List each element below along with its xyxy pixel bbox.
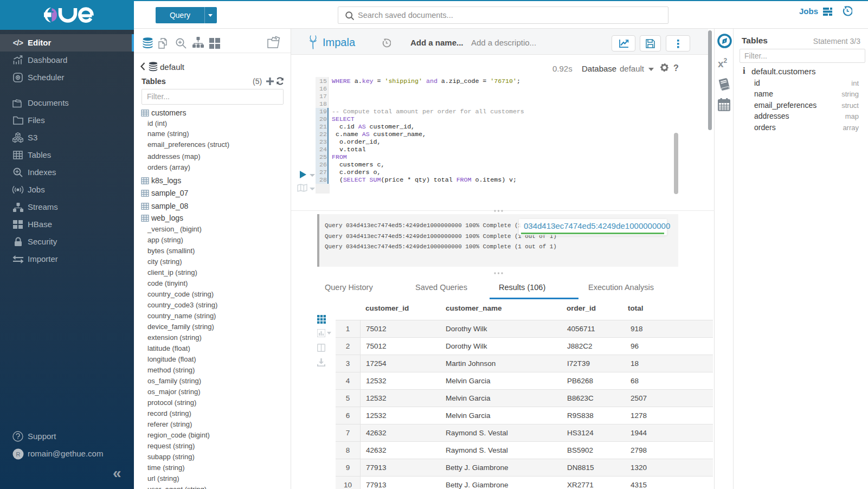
svg-text:R: R — [16, 451, 20, 458]
